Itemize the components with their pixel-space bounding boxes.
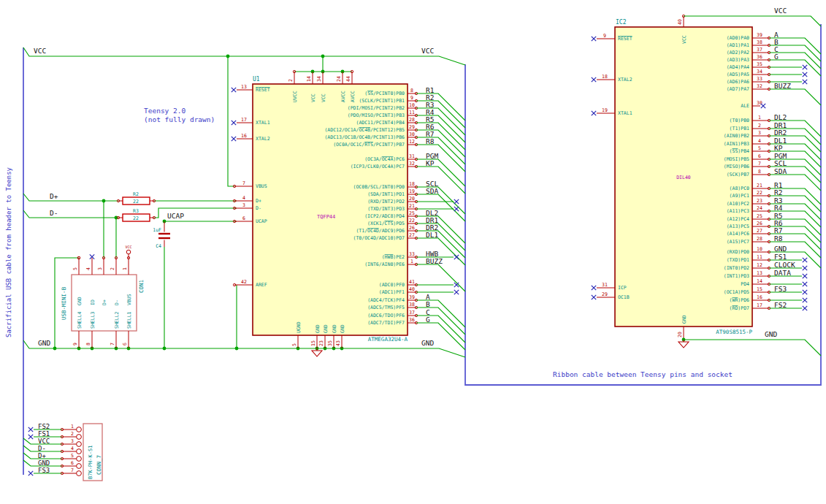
net-label-r8[interactable]: R8	[426, 137, 435, 145]
ic2-pin-name: ICP	[618, 285, 627, 291]
conn7-pad-2[interactable]	[77, 435, 82, 440]
conn7-pad-5[interactable]	[77, 457, 82, 462]
net-label-vcc[interactable]: VCC	[421, 47, 434, 55]
conn7-ref[interactable]: CONN_7	[96, 455, 102, 475]
wire-R6	[416, 130, 465, 157]
net-label-d-[interactable]: D-	[38, 445, 46, 452]
u1-pin-name: (SDA/INT1)PD1	[367, 191, 405, 197]
note-sacrificial-usb-cable[interactable]: Sacrificial USB cable from header to Tee…	[5, 167, 12, 337]
usb-pin-name: D+	[102, 299, 107, 305]
u1-ref[interactable]: U1	[253, 76, 260, 83]
net-label-r7[interactable]: R7	[774, 226, 782, 234]
net-label-sda[interactable]: SDA	[426, 187, 438, 195]
ic2-pin-number: 6	[758, 153, 761, 159]
ic2-pin-name: (A9)PC1	[730, 193, 749, 199]
net-label-kp[interactable]: KP	[426, 159, 435, 167]
net-label-fs3[interactable]: FS3	[38, 467, 50, 474]
net-label-fs3[interactable]: FS3	[774, 285, 787, 293]
usb-pin-name: ID	[90, 299, 96, 305]
net-label-gnd[interactable]: GND	[421, 339, 434, 347]
conn7-pin-number: 1	[71, 424, 74, 429]
net-label-g[interactable]: G	[426, 316, 430, 324]
c4-value[interactable]: 1uF	[153, 227, 161, 233]
c4-ref[interactable]: C4	[156, 243, 161, 249]
net-label-vcc[interactable]: VCC	[38, 438, 50, 445]
conn7-pad-4[interactable]	[77, 449, 82, 454]
u1-part: ATMEGA32U4-A	[368, 336, 408, 343]
net-label-fs1[interactable]: FS1	[38, 430, 50, 438]
net-label-dplus[interactable]: D+	[50, 192, 58, 200]
net-label-r2[interactable]: R2	[774, 188, 782, 196]
net-label-sda[interactable]: SDA	[774, 167, 787, 175]
net-label-dminus[interactable]: D-	[50, 209, 58, 217]
usb-pin-number: 7	[110, 343, 115, 345]
ic2-pin-name: (T1)PB1	[730, 126, 749, 131]
ic2-pin-name: RESET	[618, 36, 632, 42]
ic2-pin-number: 13	[757, 270, 762, 276]
ic2-pin-number: 7	[758, 161, 761, 167]
u1-pin-name: (SS/PCINT0)PB0	[364, 91, 405, 96]
net-label-buzz[interactable]: BUZZ	[426, 257, 443, 265]
net-label-clock[interactable]: CLOCK	[774, 261, 795, 269]
u1-pin-number: 37	[409, 310, 415, 316]
net-label-fs2[interactable]: FS2	[774, 301, 787, 309]
net-label-buzz[interactable]: BUZZ	[774, 82, 791, 90]
net-label-gnd[interactable]: GND	[38, 459, 50, 467]
conn7-part[interactable]: B7K-PH-K-S1	[88, 446, 93, 479]
net-label-kp[interactable]: KP	[774, 144, 783, 152]
usb-pin-name: SHELL3	[90, 311, 96, 329]
usb-pin-name: VBUS	[126, 294, 132, 305]
note-ribbon-cable[interactable]: Ribbon cable between Teensy pins and soc…	[553, 370, 733, 378]
usb-ref[interactable]: CON1	[138, 280, 145, 293]
ic2-pin-number: 17	[757, 302, 762, 308]
junction-dot	[102, 199, 106, 203]
ic2-pin-number: 33	[757, 76, 762, 82]
net-label-data[interactable]: DATA	[774, 269, 791, 277]
u1-pin-name: (ADC12/OC1A/OC4B/PCINT12)PB5	[324, 127, 405, 133]
conn7-pad-6[interactable]	[77, 464, 82, 469]
usb-pin-name: GND	[77, 297, 83, 305]
note-teensy[interactable]: (not fully drawn)	[144, 115, 215, 123]
conn7-pin-number: 5	[71, 453, 74, 459]
u1-pin-name: (T1/OC4D/ADC9)PD6	[356, 228, 405, 234]
net-label-d+[interactable]: D+	[38, 452, 46, 459]
conn7-pad-1[interactable]	[77, 427, 82, 432]
ic2-pin-number: 9	[603, 33, 606, 39]
u1-pin-name: VBUS	[256, 183, 267, 189]
usb-part[interactable]: USB-MINI-B	[61, 286, 67, 320]
ic2-pin-number: 36	[757, 54, 762, 60]
u1-pin-name: GND	[315, 324, 321, 333]
u1-pin-number: 24	[336, 76, 342, 82]
net-label-ucap[interactable]: UCAP	[167, 212, 184, 220]
net-label-vcc[interactable]: VCC	[34, 47, 46, 55]
net-label-fs1[interactable]: FS1	[774, 253, 787, 261]
conn7-pad-7[interactable]	[77, 471, 82, 476]
net-label-b[interactable]: B	[426, 300, 430, 308]
conn7-pin-number: 3	[71, 438, 74, 444]
usb-pin-name: SHELL1	[126, 311, 132, 329]
ic2-pin-name: (A10)PC2	[727, 201, 749, 207]
ic2-ref[interactable]: IC2	[616, 19, 627, 26]
u1-pin-number: 15	[310, 340, 316, 346]
net-label-r8[interactable]: R8	[774, 234, 783, 243]
net-label-gnd[interactable]: GND	[38, 339, 50, 347]
note-teensy[interactable]: Teensy 2.0	[144, 107, 186, 115]
ic2-pin-name: PD4	[741, 281, 749, 287]
net-label-gnd[interactable]: GND	[774, 245, 787, 253]
net-label-vcc[interactable]: VCC	[774, 7, 787, 15]
net-label-g[interactable]: G	[774, 53, 779, 61]
u1-pin-name: (ADC4/TCK)PF4	[367, 297, 405, 303]
net-label-dl1[interactable]: DL1	[426, 231, 438, 239]
net-label-scl[interactable]: SCL	[774, 159, 787, 167]
u1-pin-name: (ADC5/TMS)PF5	[367, 305, 405, 310]
conn7-pad-3[interactable]	[77, 442, 82, 447]
net-label-dl2[interactable]: DL2	[774, 113, 787, 121]
net-label-dr2[interactable]: DR2	[774, 129, 787, 137]
ic2-pin-name: (AD1)PA1	[727, 42, 749, 48]
net-label-fs2[interactable]: FS2	[38, 423, 50, 430]
wire-R2	[416, 101, 465, 128]
net-label-gnd[interactable]: GND	[765, 330, 777, 338]
u1-pin-number: 39	[409, 294, 415, 300]
ic2-pin-name: (MISO)PB6	[724, 164, 749, 169]
net-label-r4[interactable]: R4	[774, 204, 783, 212]
